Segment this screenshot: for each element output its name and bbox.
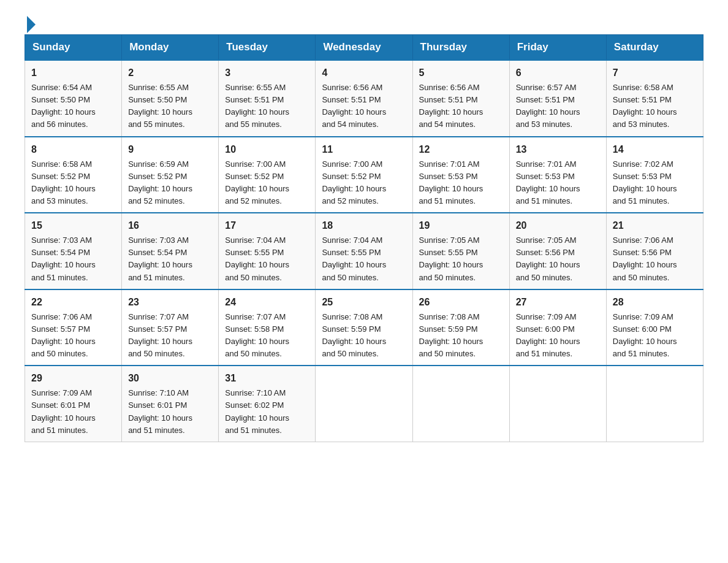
week-row-3: 15 Sunrise: 7:03 AMSunset: 5:54 PMDaylig…: [25, 213, 703, 289]
day-info: Sunrise: 7:05 AMSunset: 5:55 PMDaylight:…: [419, 236, 483, 282]
day-number: 3: [225, 66, 309, 80]
day-number: 21: [613, 218, 697, 233]
calendar-cell: 22 Sunrise: 7:06 AMSunset: 5:57 PMDaylig…: [25, 289, 122, 366]
calendar-cell: 16 Sunrise: 7:03 AMSunset: 5:54 PMDaylig…: [122, 213, 219, 289]
calendar-cell: 31 Sunrise: 7:10 AMSunset: 6:02 PMDaylig…: [219, 366, 316, 442]
day-info: Sunrise: 7:09 AMSunset: 6:00 PMDaylight:…: [613, 312, 677, 358]
week-row-2: 8 Sunrise: 6:58 AMSunset: 5:52 PMDayligh…: [25, 137, 703, 213]
day-number: 11: [322, 142, 406, 157]
calendar-cell: 19 Sunrise: 7:05 AMSunset: 5:55 PMDaylig…: [412, 213, 509, 289]
day-info: Sunrise: 7:10 AMSunset: 6:01 PMDaylight:…: [128, 388, 192, 434]
day-number: 28: [613, 295, 697, 310]
day-info: Sunrise: 7:04 AMSunset: 5:55 PMDaylight:…: [322, 236, 386, 282]
header-monday: Monday: [122, 35, 219, 61]
day-number: 2: [128, 66, 212, 80]
week-row-5: 29 Sunrise: 7:09 AMSunset: 6:01 PMDaylig…: [25, 366, 703, 442]
calendar-cell: 17 Sunrise: 7:04 AMSunset: 5:55 PMDaylig…: [219, 213, 316, 289]
day-number: 23: [128, 295, 212, 310]
day-info: Sunrise: 7:08 AMSunset: 5:59 PMDaylight:…: [322, 312, 386, 358]
week-row-4: 22 Sunrise: 7:06 AMSunset: 5:57 PMDaylig…: [25, 289, 703, 366]
calendar-cell: 11 Sunrise: 7:00 AMSunset: 5:52 PMDaylig…: [316, 137, 412, 213]
calendar-cell: 13 Sunrise: 7:01 AMSunset: 5:53 PMDaylig…: [509, 137, 606, 213]
day-info: Sunrise: 6:58 AMSunset: 5:52 PMDaylight:…: [31, 159, 96, 205]
day-info: Sunrise: 7:00 AMSunset: 5:52 PMDaylight:…: [322, 159, 386, 205]
calendar-cell: 26 Sunrise: 7:08 AMSunset: 5:59 PMDaylig…: [412, 289, 509, 366]
day-number: 17: [225, 218, 309, 233]
calendar-cell: 14 Sunrise: 7:02 AMSunset: 5:53 PMDaylig…: [606, 137, 703, 213]
day-info: Sunrise: 7:06 AMSunset: 5:56 PMDaylight:…: [613, 236, 677, 282]
day-info: Sunrise: 7:01 AMSunset: 5:53 PMDaylight:…: [516, 159, 580, 205]
header-friday: Friday: [509, 35, 606, 61]
day-number: 5: [419, 66, 503, 80]
day-info: Sunrise: 7:06 AMSunset: 5:57 PMDaylight:…: [31, 312, 96, 358]
calendar-cell: 30 Sunrise: 7:10 AMSunset: 6:01 PMDaylig…: [122, 366, 219, 442]
day-number: 4: [322, 66, 406, 80]
calendar-cell: 6 Sunrise: 6:57 AMSunset: 5:51 PMDayligh…: [509, 60, 606, 137]
day-info: Sunrise: 7:03 AMSunset: 5:54 PMDaylight:…: [31, 236, 96, 282]
day-info: Sunrise: 6:55 AMSunset: 5:51 PMDaylight:…: [225, 83, 289, 129]
day-info: Sunrise: 7:00 AMSunset: 5:52 PMDaylight:…: [225, 159, 289, 205]
day-info: Sunrise: 7:04 AMSunset: 5:55 PMDaylight:…: [225, 236, 289, 282]
day-number: 6: [516, 66, 600, 80]
day-info: Sunrise: 7:07 AMSunset: 5:57 PMDaylight:…: [128, 312, 192, 358]
day-info: Sunrise: 7:07 AMSunset: 5:58 PMDaylight:…: [225, 312, 289, 358]
day-info: Sunrise: 7:09 AMSunset: 6:01 PMDaylight:…: [31, 388, 96, 434]
day-info: Sunrise: 7:01 AMSunset: 5:53 PMDaylight:…: [419, 159, 483, 205]
page-header: [25, 18, 703, 28]
calendar-cell: 10 Sunrise: 7:00 AMSunset: 5:52 PMDaylig…: [219, 137, 316, 213]
day-number: 26: [419, 295, 503, 310]
calendar-cell: 12 Sunrise: 7:01 AMSunset: 5:53 PMDaylig…: [412, 137, 509, 213]
calendar-cell: 15 Sunrise: 7:03 AMSunset: 5:54 PMDaylig…: [25, 213, 122, 289]
day-number: 10: [225, 142, 309, 157]
calendar-cell: 29 Sunrise: 7:09 AMSunset: 6:01 PMDaylig…: [25, 366, 122, 442]
day-number: 20: [516, 218, 600, 233]
day-number: 1: [31, 66, 115, 80]
calendar-cell: 3 Sunrise: 6:55 AMSunset: 5:51 PMDayligh…: [219, 60, 316, 137]
day-info: Sunrise: 6:56 AMSunset: 5:51 PMDaylight:…: [419, 83, 483, 129]
day-number: 7: [613, 66, 697, 80]
day-number: 25: [322, 295, 406, 310]
day-number: 14: [613, 142, 697, 157]
day-info: Sunrise: 7:05 AMSunset: 5:56 PMDaylight:…: [516, 236, 580, 282]
header-wednesday: Wednesday: [316, 35, 412, 61]
logo-triangle-icon: [27, 16, 36, 33]
calendar-cell: 4 Sunrise: 6:56 AMSunset: 5:51 PMDayligh…: [316, 60, 412, 137]
calendar-cell: 1 Sunrise: 6:54 AMSunset: 5:50 PMDayligh…: [25, 60, 122, 137]
calendar-cell: 21 Sunrise: 7:06 AMSunset: 5:56 PMDaylig…: [606, 213, 703, 289]
day-number: 9: [128, 142, 212, 157]
day-number: 19: [419, 218, 503, 233]
header-row: SundayMondayTuesdayWednesdayThursdayFrid…: [25, 35, 703, 61]
day-number: 16: [128, 218, 212, 233]
calendar-cell: 2 Sunrise: 6:55 AMSunset: 5:50 PMDayligh…: [122, 60, 219, 137]
calendar-cell: 7 Sunrise: 6:58 AMSunset: 5:51 PMDayligh…: [606, 60, 703, 137]
day-info: Sunrise: 7:03 AMSunset: 5:54 PMDaylight:…: [128, 236, 192, 282]
calendar-cell: 28 Sunrise: 7:09 AMSunset: 6:00 PMDaylig…: [606, 289, 703, 366]
day-number: 30: [128, 371, 212, 386]
header-tuesday: Tuesday: [219, 35, 316, 61]
day-info: Sunrise: 7:02 AMSunset: 5:53 PMDaylight:…: [613, 159, 677, 205]
calendar-cell: [606, 366, 703, 442]
day-number: 27: [516, 295, 600, 310]
header-saturday: Saturday: [606, 35, 703, 61]
header-sunday: Sunday: [25, 35, 122, 61]
day-info: Sunrise: 7:10 AMSunset: 6:02 PMDaylight:…: [225, 388, 289, 434]
calendar-cell: 20 Sunrise: 7:05 AMSunset: 5:56 PMDaylig…: [509, 213, 606, 289]
calendar-cell: 18 Sunrise: 7:04 AMSunset: 5:55 PMDaylig…: [316, 213, 412, 289]
day-info: Sunrise: 6:54 AMSunset: 5:50 PMDaylight:…: [31, 83, 96, 129]
day-info: Sunrise: 6:59 AMSunset: 5:52 PMDaylight:…: [128, 159, 192, 205]
calendar-cell: 8 Sunrise: 6:58 AMSunset: 5:52 PMDayligh…: [25, 137, 122, 213]
day-info: Sunrise: 7:09 AMSunset: 6:00 PMDaylight:…: [516, 312, 580, 358]
logo: [25, 18, 36, 28]
day-number: 15: [31, 218, 115, 233]
calendar-cell: 9 Sunrise: 6:59 AMSunset: 5:52 PMDayligh…: [122, 137, 219, 213]
day-number: 22: [31, 295, 115, 310]
calendar-cell: 5 Sunrise: 6:56 AMSunset: 5:51 PMDayligh…: [412, 60, 509, 137]
header-thursday: Thursday: [412, 35, 509, 61]
calendar-cell: 23 Sunrise: 7:07 AMSunset: 5:57 PMDaylig…: [122, 289, 219, 366]
calendar-table: SundayMondayTuesdayWednesdayThursdayFrid…: [25, 34, 703, 442]
day-info: Sunrise: 6:57 AMSunset: 5:51 PMDaylight:…: [516, 83, 580, 129]
day-number: 29: [31, 371, 115, 386]
calendar-cell: 24 Sunrise: 7:07 AMSunset: 5:58 PMDaylig…: [219, 289, 316, 366]
day-info: Sunrise: 6:55 AMSunset: 5:50 PMDaylight:…: [128, 83, 192, 129]
day-number: 31: [225, 371, 309, 386]
